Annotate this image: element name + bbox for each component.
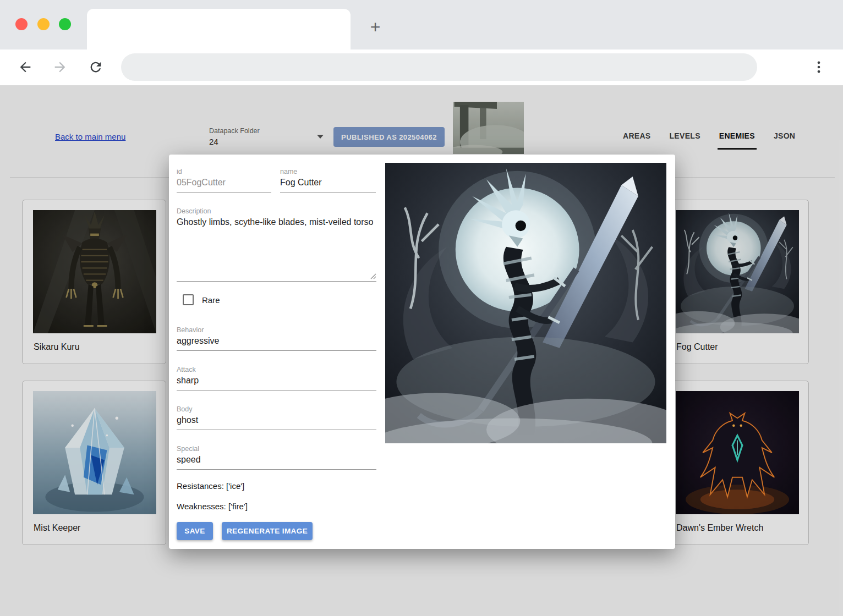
menu-dots-icon[interactable] (811, 59, 826, 75)
id-field-value: 05FogCutter (177, 178, 271, 188)
name-field-value: Fog Cutter (280, 178, 376, 188)
browser-tab-strip: + (0, 0, 843, 50)
behavior-field-value: aggressive (177, 336, 376, 346)
body-field[interactable]: Body ghost (177, 405, 376, 430)
resistances-text: Resistances: ['ice'] (177, 481, 244, 491)
resize-handle-icon[interactable] (370, 273, 376, 279)
app-page: Back to main menu Datapack Folder 24 PUB… (0, 85, 843, 616)
rare-checkbox[interactable] (183, 294, 194, 305)
id-field-label: id (177, 168, 271, 175)
name-field[interactable]: name Fog Cutter (280, 168, 376, 193)
back-icon[interactable] (18, 59, 33, 75)
close-window-button[interactable] (15, 18, 28, 30)
attack-field-value: sharp (177, 376, 376, 386)
reload-icon[interactable] (88, 59, 103, 75)
browser-tab[interactable] (87, 9, 351, 50)
url-input[interactable] (121, 53, 757, 81)
enemy-editor-modal: id 05FogCutter name Fog Cutter Descripti… (169, 155, 675, 549)
weaknesses-text: Weaknesses: ['fire'] (177, 502, 248, 511)
description-field-value: Ghostly limbs, scythe-like blades, mist-… (177, 217, 376, 227)
enemy-portrait-image (385, 163, 666, 443)
browser-toolbar (0, 50, 843, 85)
name-field-label: name (280, 168, 376, 175)
minimize-window-button[interactable] (37, 18, 50, 30)
new-tab-icon[interactable]: + (366, 18, 384, 36)
save-button[interactable]: SAVE (177, 522, 213, 540)
description-field[interactable]: Description Ghostly limbs, scythe-like b… (177, 207, 376, 282)
browser-window: + Back to main menu Datapack Folder 24 P… (0, 0, 843, 616)
id-field[interactable]: id 05FogCutter (177, 168, 271, 193)
behavior-field-label: Behavior (177, 326, 376, 334)
special-field-label: Special (177, 445, 376, 453)
forward-icon[interactable] (52, 59, 68, 75)
body-field-value: ghost (177, 415, 376, 425)
maximize-window-button[interactable] (59, 18, 71, 30)
description-field-label: Description (177, 207, 376, 215)
attack-field-label: Attack (177, 366, 376, 373)
regenerate-image-button[interactable]: REGENERATE IMAGE (222, 522, 313, 540)
special-field[interactable]: Special speed (177, 445, 376, 470)
behavior-field[interactable]: Behavior aggressive (177, 326, 376, 351)
rare-checkbox-row: Rare (183, 294, 220, 305)
body-field-label: Body (177, 405, 376, 413)
rare-checkbox-label: Rare (202, 295, 220, 305)
attack-field[interactable]: Attack sharp (177, 366, 376, 391)
special-field-value: speed (177, 455, 376, 465)
